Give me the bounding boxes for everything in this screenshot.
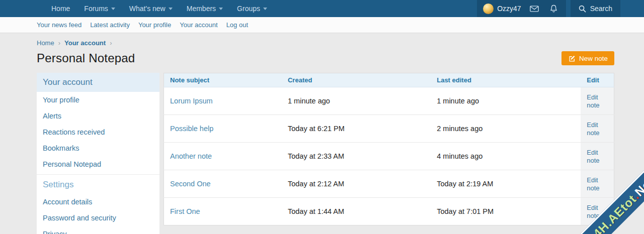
bell-icon — [550, 5, 557, 13]
page-content: Home › Your account › Personal Notepad N… — [0, 33, 644, 234]
chevron-down-icon — [263, 8, 267, 10]
sidebar-item-personal-notepad[interactable]: Personal Notepad — [37, 156, 159, 172]
notes-table: Note subject Created Last edited Edit Lo… — [164, 73, 614, 225]
nav-item-label: Home — [51, 5, 70, 13]
table-header-row: Note subject Created Last edited Edit — [164, 73, 614, 87]
search-label: Search — [590, 5, 612, 13]
note-subject-link[interactable]: Possible help — [170, 125, 213, 133]
search-icon — [579, 5, 586, 13]
table-row: Possible help Today at 6:21 PM 2 minutes… — [164, 115, 614, 143]
avatar — [483, 4, 494, 14]
note-last-edited: Today at 7:01 PM — [431, 198, 581, 225]
edit-note-link[interactable]: Edit note — [587, 204, 599, 219]
note-subject-link[interactable]: Second One — [170, 180, 211, 188]
table-row: First One Today at 1:44 AM Today at 7:01… — [164, 198, 614, 225]
nav-item-label: Groups — [237, 5, 260, 13]
subnav-your-profile[interactable]: Your profile — [138, 21, 171, 29]
note-last-edited: 2 minutes ago — [431, 115, 581, 143]
breadcrumb-separator-icon: › — [58, 39, 60, 47]
notes-panel: Note subject Created Last edited Edit Lo… — [164, 73, 614, 225]
page-header: Personal Notepad New note — [37, 51, 614, 65]
envelope-icon — [530, 6, 539, 12]
note-subject-link[interactable]: First One — [170, 207, 200, 215]
nav-item-members[interactable]: Members — [180, 0, 230, 17]
col-header-note-subject: Note subject — [164, 73, 282, 87]
sidebar-item-bookmarks[interactable]: Bookmarks — [37, 140, 159, 156]
messages-button[interactable] — [527, 6, 541, 12]
note-subject-link[interactable]: Lorum Ipsum — [170, 97, 213, 105]
col-header-last-edited: Last edited — [431, 73, 581, 87]
edit-note-link[interactable]: Edit note — [587, 121, 599, 137]
sidebar-item-password-and-security[interactable]: Password and security — [37, 210, 159, 226]
top-navbar: Home Forums What's new Members Groups Oz… — [0, 0, 644, 17]
nav-item-label: What's new — [129, 5, 166, 13]
note-created: 1 minute ago — [282, 87, 431, 115]
account-menu[interactable]: Ozzy47 — [483, 4, 521, 14]
nav-item-whats-new[interactable]: What's new — [122, 0, 180, 17]
edit-note-link[interactable]: Edit note — [587, 93, 599, 109]
username: Ozzy47 — [497, 5, 521, 13]
table-row: Lorum Ipsum 1 minute ago 1 minute ago Ed… — [164, 87, 614, 115]
note-last-edited: Today at 2:19 AM — [431, 170, 581, 198]
edit-note-link[interactable]: Edit note — [587, 149, 599, 164]
sidebar-item-reactions-received[interactable]: Reactions received — [37, 124, 159, 140]
subnav-log-out[interactable]: Log out — [226, 21, 248, 29]
note-created: Today at 1:44 AM — [282, 198, 431, 225]
nav-item-groups[interactable]: Groups — [230, 0, 274, 17]
body-row: Your account Your profile Alerts Reactio… — [37, 73, 614, 234]
note-created: Today at 2:33 AM — [282, 143, 431, 170]
sidebar-item-privacy[interactable]: Privacy — [37, 226, 159, 234]
sidebar-item-account-details[interactable]: Account details — [37, 194, 159, 210]
page-title: Personal Notepad — [37, 51, 135, 65]
nav-item-label: Members — [187, 5, 216, 13]
chevron-down-icon — [219, 8, 223, 10]
note-created: Today at 2:12 AM — [282, 170, 431, 198]
nav-right-section: Ozzy47 Search — [477, 0, 620, 17]
sidebar-header-your-account: Your account — [37, 73, 159, 92]
table-row: Second One Today at 2:12 AM Today at 2:1… — [164, 170, 614, 198]
sidebar-item-alerts[interactable]: Alerts — [37, 108, 159, 124]
note-created: Today at 6:21 PM — [282, 115, 431, 143]
user-panel: Ozzy47 — [477, 0, 566, 17]
chevron-down-icon — [169, 8, 173, 10]
chevron-down-icon — [111, 8, 115, 10]
nav-item-forums[interactable]: Forums — [77, 0, 122, 17]
note-subject-link[interactable]: Another note — [170, 152, 212, 160]
nav-item-label: Forums — [84, 5, 108, 13]
col-header-edit: Edit — [581, 73, 614, 87]
sidebar-header-settings: Settings — [37, 174, 159, 194]
note-last-edited: 1 minute ago — [431, 87, 581, 115]
sidebar-item-your-profile[interactable]: Your profile — [37, 92, 159, 108]
sub-navbar: Your news feed Latest activity Your prof… — [0, 17, 644, 33]
note-last-edited: 4 minutes ago — [431, 143, 581, 170]
account-sidebar: Your account Your profile Alerts Reactio… — [37, 73, 159, 234]
nav-item-home[interactable]: Home — [44, 0, 77, 17]
table-row: Another note Today at 2:33 AM 4 minutes … — [164, 143, 614, 170]
alerts-button[interactable] — [547, 5, 560, 13]
new-note-label: New note — [579, 55, 608, 62]
new-note-button[interactable]: New note — [561, 51, 614, 65]
subnav-latest-activity[interactable]: Latest activity — [90, 21, 130, 29]
main-nav: Home Forums What's new Members Groups — [44, 0, 274, 17]
search-button[interactable]: Search — [571, 0, 620, 17]
subnav-your-news-feed[interactable]: Your news feed — [37, 21, 82, 29]
breadcrumb-separator-icon: › — [110, 39, 112, 47]
subnav-your-account[interactable]: Your account — [180, 21, 217, 29]
pencil-square-icon — [568, 55, 576, 62]
edit-note-link[interactable]: Edit note — [587, 176, 599, 192]
col-header-created: Created — [282, 73, 431, 87]
breadcrumb-home[interactable]: Home — [37, 39, 54, 47]
breadcrumb: Home › Your account › — [37, 39, 614, 47]
breadcrumb-your-account[interactable]: Your account — [64, 39, 106, 47]
